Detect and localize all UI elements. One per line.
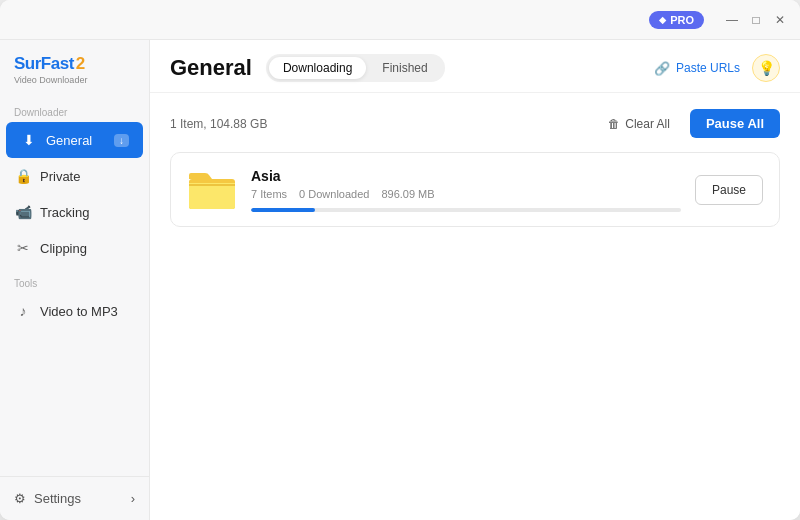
item-meta: 7 Items 0 Downloaded 896.09 MB [251, 188, 681, 200]
action-buttons: 🗑 Clear All Pause All [598, 109, 780, 138]
titlebar-controls: PRO — □ ✕ [649, 11, 788, 29]
pause-button[interactable]: Pause [695, 175, 763, 205]
content-area: General Downloading Finished 🔗 Paste URL… [150, 40, 800, 520]
sidebar-item-label-private: Private [40, 169, 135, 184]
clipping-icon: ✂ [14, 239, 32, 257]
maximize-button[interactable]: □ [748, 12, 764, 28]
chevron-right-icon: › [131, 491, 135, 506]
tab-downloading[interactable]: Downloading [269, 57, 366, 79]
music-icon: ♪ [14, 302, 32, 320]
lightbulb-button[interactable]: 💡 [752, 54, 780, 82]
trash-icon: 🗑 [608, 117, 620, 131]
paste-urls-button[interactable]: 🔗 Paste URLs [654, 61, 740, 76]
tab-finished[interactable]: Finished [368, 57, 441, 79]
tab-group: Downloading Finished [266, 54, 445, 82]
sidebar-bottom: ⚙ Settings › [0, 476, 149, 520]
logo-version: 2 [76, 54, 85, 74]
main-layout: SurFast 2 Video Downloader Downloader ⬇ … [0, 40, 800, 520]
logo-subtitle: Video Downloader [14, 75, 135, 85]
close-button[interactable]: ✕ [772, 12, 788, 28]
clear-all-label: Clear All [625, 117, 670, 131]
minimize-button[interactable]: — [724, 12, 740, 28]
sidebar: SurFast 2 Video Downloader Downloader ⬇ … [0, 40, 150, 520]
content-header-left: General Downloading Finished [170, 54, 445, 82]
item-info: Asia 7 Items 0 Downloaded 896.09 MB [251, 168, 681, 212]
download-item: Asia 7 Items 0 Downloaded 896.09 MB Paus… [170, 152, 780, 227]
tracking-icon: 📹 [14, 203, 32, 221]
items-count: 7 Items [251, 188, 287, 200]
lock-icon: 🔒 [14, 167, 32, 185]
tools-section-label: Tools [0, 266, 149, 293]
titlebar: PRO — □ ✕ [0, 0, 800, 40]
sidebar-item-tracking[interactable]: 📹 Tracking [0, 194, 149, 230]
content-header-right: 🔗 Paste URLs 💡 [654, 54, 780, 82]
content-header: General Downloading Finished 🔗 Paste URL… [150, 40, 800, 93]
logo-brand: SurFast [14, 54, 74, 74]
item-size: 896.09 MB [381, 188, 434, 200]
settings-button[interactable]: ⚙ Settings › [0, 481, 149, 516]
page-title: General [170, 55, 252, 81]
sidebar-item-clipping[interactable]: ✂ Clipping [0, 230, 149, 266]
link-icon: 🔗 [654, 61, 670, 76]
pause-all-button[interactable]: Pause All [690, 109, 780, 138]
sidebar-item-video-to-mp3[interactable]: ♪ Video to MP3 [0, 293, 149, 329]
logo: SurFast 2 Video Downloader [0, 40, 149, 95]
item-progress [251, 208, 681, 212]
pro-badge[interactable]: PRO [649, 11, 704, 29]
sidebar-item-general[interactable]: ⬇ General ↓ [6, 122, 143, 158]
content-body: 1 Item, 104.88 GB 🗑 Clear All Pause All [150, 93, 800, 520]
gear-icon: ⚙ [14, 491, 26, 506]
download-badge: ↓ [114, 134, 129, 147]
item-progress-bar [251, 208, 315, 212]
sidebar-item-private[interactable]: 🔒 Private [0, 158, 149, 194]
stats-text: 1 Item, 104.88 GB [170, 117, 267, 131]
item-name: Asia [251, 168, 681, 184]
folder-icon [187, 167, 237, 212]
settings-label: Settings [34, 491, 81, 506]
sidebar-item-label-tracking: Tracking [40, 205, 135, 220]
lightbulb-icon: 💡 [758, 60, 775, 76]
paste-urls-label: Paste URLs [676, 61, 740, 75]
clear-all-button[interactable]: 🗑 Clear All [598, 112, 680, 136]
sidebar-item-label-clipping: Clipping [40, 241, 135, 256]
sidebar-item-label-video-to-mp3: Video to MP3 [40, 304, 135, 319]
downloader-section-label: Downloader [0, 95, 149, 122]
stats-bar: 1 Item, 104.88 GB 🗑 Clear All Pause All [170, 109, 780, 138]
sidebar-item-label-general: General [46, 133, 106, 148]
downloaded-count: 0 Downloaded [299, 188, 369, 200]
download-icon: ⬇ [20, 131, 38, 149]
